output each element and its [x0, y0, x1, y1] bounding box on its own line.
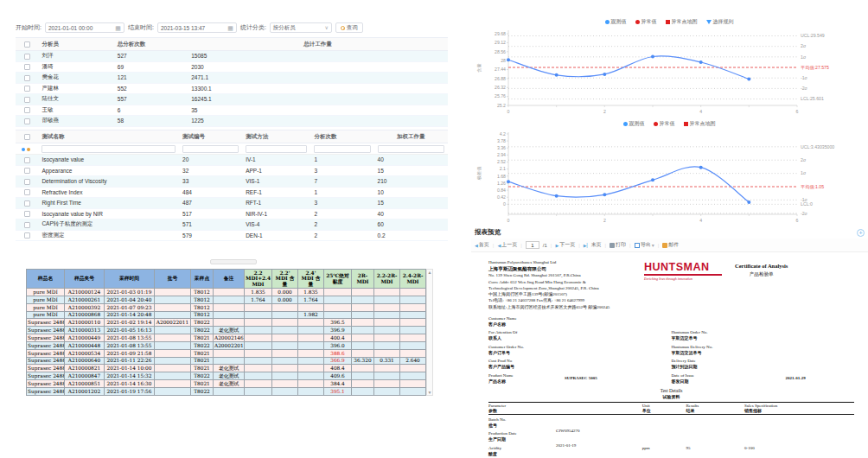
- sheet-cell[interactable]: [352, 349, 374, 357]
- row-checkbox[interactable]: [24, 54, 30, 60]
- sheet-cell[interactable]: [400, 296, 426, 303]
- search-button[interactable]: 查询: [335, 22, 363, 33]
- next-page-button[interactable]: ▶下一页: [555, 241, 575, 249]
- row-checkbox[interactable]: [24, 75, 30, 81]
- sheet-cell[interactable]: [352, 289, 374, 296]
- sheet-cell[interactable]: T8022: [191, 319, 214, 327]
- sheet-cell[interactable]: 396.9: [324, 327, 352, 334]
- sheet-cell[interactable]: 396.5: [324, 319, 352, 327]
- sheet-cell[interactable]: [374, 341, 400, 349]
- sheet-cell[interactable]: [272, 334, 298, 342]
- table-row[interactable]: Isocyanate value20IV-1140: [16, 155, 448, 166]
- select-all-checkbox[interactable]: [24, 41, 30, 48]
- sheet-cell[interactable]: A210000868: [65, 311, 105, 319]
- sheet-cell[interactable]: 366.9: [324, 357, 352, 365]
- sheet-cell[interactable]: 395.1: [324, 387, 352, 395]
- sheet-cell[interactable]: [155, 334, 191, 342]
- sheet-cell[interactable]: [214, 319, 245, 327]
- sheet-cell[interactable]: [352, 334, 374, 342]
- sheet-cell[interactable]: A210001202: [65, 387, 105, 395]
- sheet-cell[interactable]: [298, 334, 324, 342]
- sheet-cell[interactable]: [352, 303, 374, 311]
- legend-item[interactable]: 观测值: [605, 18, 627, 26]
- page-number-input[interactable]: [526, 241, 539, 249]
- sheet-cell[interactable]: [272, 387, 298, 395]
- sheet-cell[interactable]: [374, 303, 400, 311]
- sheet-cell[interactable]: [298, 357, 324, 365]
- sheet-row[interactable]: Suprasec 2488A2100001102021-01-02 19:14A…: [27, 319, 426, 327]
- sheet-cell[interactable]: T8022: [191, 327, 214, 334]
- sheet-cell[interactable]: [400, 387, 426, 395]
- sheet-cell[interactable]: Suprasec 2488: [27, 334, 65, 342]
- row-checkbox[interactable]: [24, 118, 30, 124]
- legend-item[interactable]: 异常点地图: [684, 120, 716, 128]
- sheet-row[interactable]: Suprasec 2488A2100004482021-01-08 13:55T…: [27, 341, 426, 349]
- sheet-cell[interactable]: [374, 319, 400, 327]
- column-filter-input[interactable]: [182, 145, 239, 153]
- sheet-cell[interactable]: [298, 319, 324, 327]
- sheet-cell[interactable]: 1.835: [298, 289, 324, 296]
- sheet-cell[interactable]: 400.4: [324, 334, 352, 342]
- sheet-cell[interactable]: 0.000: [272, 296, 298, 303]
- sheet-cell[interactable]: [155, 387, 191, 395]
- sheet-cell[interactable]: A210000640: [65, 357, 105, 365]
- data-point[interactable]: [555, 73, 558, 77]
- sheet-cell[interactable]: Suprasec 2488: [27, 387, 65, 395]
- row-checkbox[interactable]: [24, 200, 30, 207]
- sheet-cell[interactable]: [352, 327, 374, 334]
- sheet-cell[interactable]: 2021-01-11 22:26: [105, 357, 155, 365]
- sheet-cell[interactable]: [298, 327, 324, 334]
- sheet-cell[interactable]: 2021-01-14 10:00: [105, 365, 155, 372]
- sheet-cell[interactable]: [214, 289, 245, 296]
- sheet-cell[interactable]: 2021-01-08 13:55: [105, 341, 155, 349]
- sheet-cell[interactable]: [272, 311, 298, 319]
- sheet-cell[interactable]: Suprasec 2488: [27, 319, 65, 327]
- column-filter-input[interactable]: [314, 145, 370, 153]
- collapse-handle[interactable]: [210, 259, 257, 264]
- sheet-cell[interactable]: [400, 327, 426, 334]
- table-row[interactable]: Right First Time487RFT-1315: [16, 198, 448, 209]
- sheet-cell[interactable]: [155, 365, 191, 372]
- sheet-row[interactable]: Suprasec 2488A2100008212021-01-14 10:00T…: [27, 365, 426, 372]
- sheet-cell[interactable]: [374, 372, 400, 380]
- data-point[interactable]: [603, 193, 606, 196]
- sheet-cell[interactable]: [245, 303, 272, 311]
- sheet-cell[interactable]: 2.640: [400, 357, 426, 365]
- sheet-cell[interactable]: 388.6: [324, 349, 352, 357]
- sheet-cell[interactable]: T8012: [191, 289, 214, 296]
- sheet-cell[interactable]: [245, 311, 272, 319]
- sheet-row[interactable]: pure MDIA2100002612021-01-04 20:40T80121…: [27, 296, 426, 303]
- sheet-cell[interactable]: A200022011: [214, 341, 245, 349]
- table-row[interactable]: Appearance32APP-1315: [16, 165, 448, 176]
- last-page-button[interactable]: ▶▏末页: [584, 241, 602, 249]
- table-row[interactable]: 潘琦692030: [16, 61, 448, 73]
- sheet-cell[interactable]: [400, 349, 426, 357]
- sheet-row[interactable]: Suprasec 2488A2100006402021-01-11 22:26T…: [27, 357, 426, 365]
- calendar-icon[interactable]: ▦: [227, 25, 233, 31]
- sheet-cell[interactable]: [374, 387, 400, 395]
- sheet-cell[interactable]: [374, 380, 400, 388]
- data-point[interactable]: [555, 194, 558, 198]
- sheet-cell[interactable]: [298, 365, 324, 372]
- sheet-cell[interactable]: [214, 349, 245, 357]
- legend-item[interactable]: 异常值: [654, 120, 675, 128]
- sheet-cell[interactable]: [272, 319, 298, 327]
- sheet-cell[interactable]: [298, 349, 324, 357]
- column-filter-input[interactable]: [378, 145, 444, 153]
- sheet-cell[interactable]: T8012: [191, 311, 214, 319]
- sheet-cell[interactable]: A200021461: [214, 334, 245, 342]
- data-point[interactable]: [699, 166, 703, 169]
- sheet-cell[interactable]: [352, 365, 374, 372]
- sheet-cell[interactable]: Suprasec 2488: [27, 357, 65, 365]
- sheet-cell[interactable]: [245, 341, 272, 349]
- sheet-cell[interactable]: [245, 380, 272, 388]
- sheet-cell[interactable]: 1.982: [298, 311, 324, 319]
- sheet-cell[interactable]: Suprasec 2488: [27, 341, 65, 349]
- sheet-cell[interactable]: [400, 319, 426, 327]
- sheet-cell[interactable]: [298, 387, 324, 395]
- sheet-row[interactable]: Suprasec 2488A2100004492021-01-08 13:55T…: [27, 334, 426, 342]
- category-select[interactable]: 按分析员 ∨: [270, 22, 332, 33]
- data-point[interactable]: [507, 58, 510, 61]
- expand-plus-icon[interactable]: +: [857, 229, 865, 237]
- data-point[interactable]: [651, 178, 654, 181]
